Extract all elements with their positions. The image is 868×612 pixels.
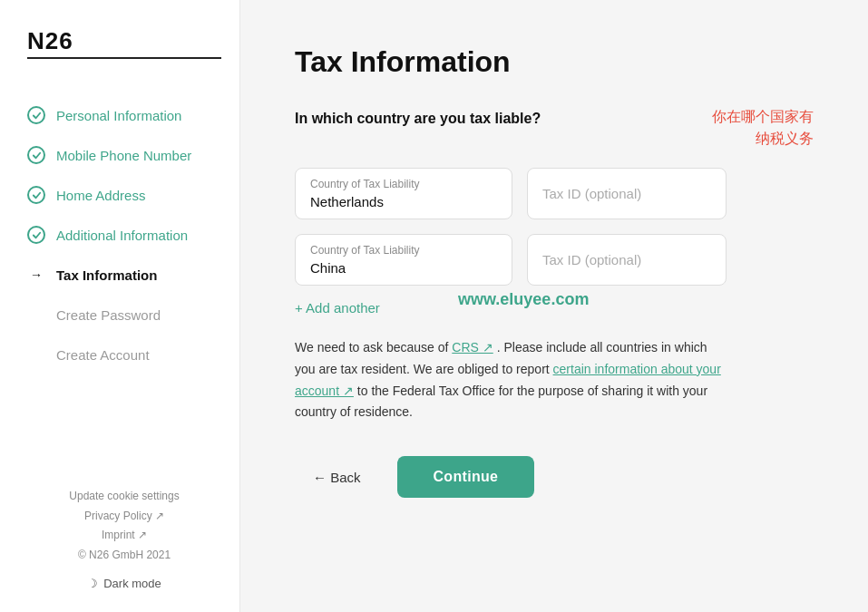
info-before-crs: We need to ask because of	[295, 340, 452, 355]
country-liability-value-1: Netherlands	[310, 194, 497, 209]
sidebar-item-label: Create Account	[56, 347, 150, 363]
empty-icon	[27, 306, 45, 324]
tax-id-placeholder-2: Tax ID (optional)	[542, 252, 641, 267]
check-icon	[27, 226, 45, 244]
continue-button[interactable]: Continue	[397, 456, 535, 498]
add-another-button[interactable]: + Add another	[295, 300, 380, 316]
sidebar-item-personal-information[interactable]: Personal Information	[27, 95, 221, 135]
country-liability-field-netherlands[interactable]: Country of Tax Liability Netherlands	[295, 168, 512, 219]
dark-mode-toggle[interactable]: ☽ Dark mode	[27, 573, 221, 594]
sidebar: N26 Personal Information Mobile Phone Nu…	[0, 0, 240, 612]
country-liability-value-2: China	[310, 260, 497, 276]
privacy-policy-link[interactable]: Privacy Policy ↗	[27, 507, 221, 527]
tax-id-field-china[interactable]: Tax ID (optional)	[527, 234, 727, 286]
moon-icon: ☽	[87, 573, 98, 594]
sidebar-item-mobile-phone-number[interactable]: Mobile Phone Number	[27, 135, 221, 175]
sidebar-item-create-account[interactable]: Create Account	[27, 335, 221, 374]
logo: N26	[27, 27, 221, 59]
sidebar-item-tax-information[interactable]: → Tax Information	[27, 255, 221, 295]
sidebar-item-create-password[interactable]: Create Password	[27, 295, 221, 335]
sidebar-item-label: Mobile Phone Number	[56, 148, 191, 163]
check-icon	[27, 146, 45, 164]
sidebar-item-label: Home Address	[56, 188, 145, 203]
info-text: We need to ask because of CRS ↗ . Please…	[295, 337, 730, 423]
watermark: www.eluyee.com	[458, 290, 589, 309]
bottom-actions: ← Back Continue	[295, 456, 814, 498]
update-cookies-link[interactable]: Update cookie settings	[27, 487, 221, 507]
question-row: In which country are you tax liable? 你在哪…	[295, 106, 814, 150]
check-icon	[27, 106, 45, 124]
crs-link[interactable]: CRS ↗	[452, 340, 493, 355]
back-button[interactable]: ← Back	[295, 459, 379, 496]
tax-id-field-netherlands[interactable]: Tax ID (optional)	[527, 168, 727, 219]
page-title: Tax Information	[295, 45, 814, 79]
sidebar-item-home-address[interactable]: Home Address	[27, 175, 221, 215]
arrow-right-icon: →	[27, 266, 45, 284]
chinese-annotation: 你在哪个国家有 纳税义务	[712, 106, 814, 150]
main-content: Tax Information In which country are you…	[240, 0, 868, 612]
country-liability-label-1: Country of Tax Liability	[310, 178, 497, 190]
sidebar-footer: Update cookie settings Privacy Policy ↗ …	[27, 487, 221, 594]
sidebar-item-label: Create Password	[56, 307, 161, 323]
tax-entry-netherlands: Country of Tax Liability Netherlands Tax…	[295, 168, 814, 219]
empty-icon	[27, 345, 45, 364]
sidebar-item-additional-information[interactable]: Additional Information	[27, 215, 221, 255]
country-liability-label-2: Country of Tax Liability	[310, 244, 497, 257]
sidebar-item-label: Tax Information	[56, 267, 157, 283]
imprint-link[interactable]: Imprint ↗	[27, 526, 221, 546]
info-end: to the Federal Tax Office for the purpos…	[295, 384, 707, 420]
tax-entry-china: Country of Tax Liability China Tax ID (o…	[295, 234, 814, 286]
question-label: In which country are you tax liable?	[295, 111, 541, 127]
copyright-text: © N26 GmbH 2021	[27, 546, 221, 566]
nav-list: Personal Information Mobile Phone Number…	[27, 95, 221, 451]
sidebar-item-label: Additional Information	[56, 228, 188, 243]
sidebar-item-label: Personal Information	[56, 108, 181, 123]
country-liability-field-china[interactable]: Country of Tax Liability China	[295, 234, 512, 286]
check-icon	[27, 186, 45, 204]
tax-id-placeholder-1: Tax ID (optional)	[542, 186, 641, 201]
